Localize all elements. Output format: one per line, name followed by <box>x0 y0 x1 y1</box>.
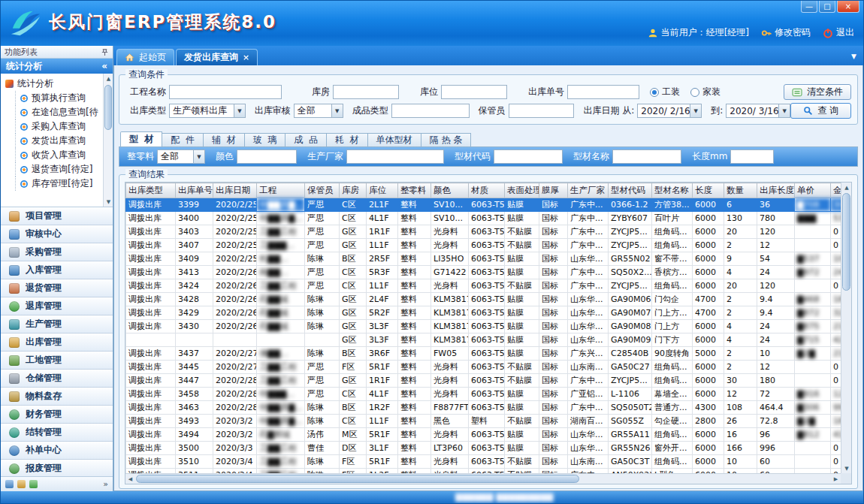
table-row[interactable]: 调拨出库34092020/2/25长▇▇...陈琳B区2R5F整料LI35HO6… <box>126 252 841 266</box>
column-header[interactable]: 金额 <box>831 183 841 198</box>
sidebar-item-return-goods[interactable]: 退货管理 <box>1 279 113 297</box>
horizontal-scrollbar[interactable]: ◀ ▶ <box>125 473 841 484</box>
tab-home[interactable]: 起始页 <box>116 49 174 65</box>
material-tab[interactable]: 玻 璃 <box>245 133 286 147</box>
table-row[interactable]: 调拨出库34132020/2/26南▇▇...严思C区5R3F整料G714226… <box>126 266 841 279</box>
order-no-input[interactable] <box>567 85 639 99</box>
sidebar-item-outbound-box[interactable]: 出库管理 <box>1 333 113 352</box>
column-header[interactable]: 出库日期 <box>213 183 257 198</box>
table-row[interactable]: 调拨出库33992020/2/25华▇▇原▇...严思C区2L1F整料SV10.… <box>126 198 841 212</box>
profile-code-input[interactable] <box>494 149 563 164</box>
column-header[interactable]: 工程 <box>257 183 305 198</box>
column-header[interactable]: 保管员 <box>305 183 340 198</box>
dropdown-arrow-icon[interactable]: ▼ <box>778 104 790 117</box>
dropdown-arrow-icon[interactable]: ▼ <box>331 104 343 117</box>
audit-select[interactable]: 全部 ▼ <box>294 104 343 118</box>
tab-close-icon[interactable]: × <box>243 53 249 62</box>
chart-icon[interactable] <box>29 480 38 488</box>
more-icon[interactable]: » <box>103 479 108 489</box>
sidebar-item-supplement-order[interactable]: 补单中心 <box>1 442 113 460</box>
table-row[interactable]: 调拨出库34032020/2/25工▇▇工程严思G区1R1F整料光身料6063-… <box>126 225 841 239</box>
table-row[interactable]: 调拨出库34292020/2/26石▇▇城陈琳G区5R2F整料KLM381760… <box>126 306 841 320</box>
column-header[interactable]: 长度 <box>693 183 724 198</box>
column-header[interactable]: 出库长度 <box>757 183 795 198</box>
table-row[interactable]: 调拨出库34452020/2/27工▇▇工程严思F区5R1F整料光身料6063-… <box>126 361 841 374</box>
column-header[interactable]: 颜色 <box>431 183 469 198</box>
material-tab[interactable]: 隔 热 条 <box>421 133 472 147</box>
product-type-input[interactable] <box>391 104 470 118</box>
sidebar-item-production-gear[interactable]: 生产管理 <box>1 315 113 333</box>
length-input[interactable] <box>730 149 774 164</box>
table-row[interactable]: 调拨出库34302020/2/26石▇▇城陈琳G区3L3F整料KLM381760… <box>126 320 841 333</box>
column-header[interactable]: 膜厚 <box>539 183 568 198</box>
column-header[interactable]: 出库类型 <box>126 183 176 198</box>
date-from-select[interactable]: 2020/ 2/16 ▼ <box>637 104 702 118</box>
material-tab[interactable]: 单体型材 <box>368 133 421 147</box>
table-row[interactable]: 调拨出库34632020/2/28华▇▇原▇...陈琳B区1R2F整料F8877… <box>126 401 841 415</box>
tree-item-2[interactable]: 采购入库查询 <box>15 119 101 134</box>
table-row[interactable]: 调拨出库35102020/3/4工▇▇工程陈琳F区5R1F整料光身料6063-T… <box>126 455 841 469</box>
dropdown-arrow-icon[interactable]: ▼ <box>234 104 245 117</box>
whole-part-select[interactable]: 全部 ▼ <box>157 149 205 164</box>
column-header[interactable]: 出库单号 <box>176 183 213 198</box>
tree-root[interactable]: 统计分析 <box>5 77 101 91</box>
tree-scrollbar[interactable]: ▲ ▼ <box>103 74 113 207</box>
sidebar-item-purchase-cart[interactable]: 采购管理 <box>1 243 113 261</box>
dropdown-arrow-icon[interactable]: ▼ <box>690 104 701 117</box>
column-header[interactable]: 整零料 <box>398 183 431 198</box>
maximize-button[interactable]: □ <box>819 1 835 13</box>
tree-item-5[interactable]: 退货查询[待定] <box>15 162 101 177</box>
table-row[interactable]: 调拨出库34072020/2/25工▇▇▇...严思G区1L1F整料光身料606… <box>126 239 841 252</box>
vertical-scrollbar[interactable]: ▲ ▼ <box>841 183 851 473</box>
sidebar-item-scrap[interactable]: 报废管理 <box>1 460 113 476</box>
tree-item-0[interactable]: 预算执行查询 <box>15 91 101 105</box>
scroll-down-icon[interactable]: ▼ <box>104 197 113 207</box>
tree-scrollbar-thumb[interactable] <box>104 85 112 130</box>
table-row[interactable]: 调拨出库35002020/3/3工▇▇工程曹佳D区3L1F整料LT3P60606… <box>126 442 841 455</box>
scroll-left-icon[interactable]: ◀ <box>125 474 135 484</box>
search-button[interactable]: 查 询 <box>790 103 851 119</box>
pin-icon[interactable] <box>101 48 109 56</box>
clear-conditions-button[interactable]: 清空条件 <box>784 84 851 100</box>
logout-button[interactable]: 退出 <box>823 26 854 39</box>
sidebar-item-carryover[interactable]: 结转管理 <box>1 424 113 442</box>
keeper-input[interactable] <box>509 104 575 118</box>
change-password-button[interactable]: 修改密码 <box>761 26 811 39</box>
table-row[interactable]: 调拨出库34472020/2/28工▇▇工程严思G区1R1F整料光身料6063-… <box>126 374 841 388</box>
vertical-scrollbar-thumb[interactable] <box>842 193 850 291</box>
material-tab[interactable]: 耗 材 <box>327 133 368 147</box>
tree-item-6[interactable]: 库存管理[待定] <box>15 177 101 191</box>
tree-item-3[interactable]: 发货出库查询 <box>15 134 101 148</box>
table-row[interactable]: 调拨出库34582020/2/28华▇▇▇...严思C区4L1F整料光身料606… <box>126 388 841 401</box>
scroll-up-icon[interactable]: ▲ <box>841 183 852 192</box>
warehouse-input[interactable] <box>333 85 399 99</box>
column-header[interactable]: 表面处理 <box>505 183 539 198</box>
color-input[interactable] <box>237 149 297 164</box>
table-row[interactable]: 调拨出库34282020/2/26石▇▇城陈琳G区2L4F整料KLM381760… <box>126 293 841 306</box>
sidebar-item-inventory-clipboard[interactable]: 物料盘存 <box>1 388 113 406</box>
location-input[interactable] <box>441 85 507 99</box>
table-row[interactable]: 调拨出库34372020/2/27佛▇▇...陈琳B区3R6F整料FW05606… <box>126 347 841 361</box>
column-header[interactable]: 单价 <box>795 183 831 198</box>
close-button[interactable]: × <box>837 1 859 13</box>
radio-jiazhuang[interactable]: 家装 <box>690 86 721 98</box>
radio-gongzhuang[interactable]: 工装 <box>650 86 680 98</box>
column-header[interactable]: 材质 <box>469 183 505 198</box>
column-header[interactable]: 库位 <box>367 183 398 198</box>
sidebar-item-return-store[interactable]: 退库管理 <box>1 297 113 315</box>
material-tab[interactable]: 型 材 <box>120 131 162 147</box>
outbound-type-select[interactable]: 生产领料出库 ▼ <box>169 104 246 118</box>
scroll-down-icon[interactable]: ▼ <box>841 463 852 473</box>
sidebar-item-audit-monitor[interactable]: 审核中心 <box>1 225 113 243</box>
material-tab[interactable]: 成 品 <box>285 133 327 147</box>
table-row[interactable]: 调拨出库34242020/2/26工▇▇工程严思C区1L1F整料光身料6063-… <box>126 279 841 293</box>
sidebar-item-site[interactable]: 工地管理 <box>1 352 113 370</box>
manufacturer-input[interactable] <box>346 149 444 164</box>
column-header[interactable]: 数量 <box>724 183 757 198</box>
material-tab[interactable]: 辅 材 <box>204 133 245 147</box>
column-header[interactable]: 型材名称 <box>652 183 693 198</box>
tree-item-4[interactable]: 收货入库查询 <box>15 148 101 162</box>
dropdown-arrow-icon[interactable]: ▼ <box>193 150 204 163</box>
column-header[interactable]: 型材代码 <box>609 183 652 198</box>
sidebar-item-finance-coin[interactable]: 财务管理 <box>1 406 113 424</box>
